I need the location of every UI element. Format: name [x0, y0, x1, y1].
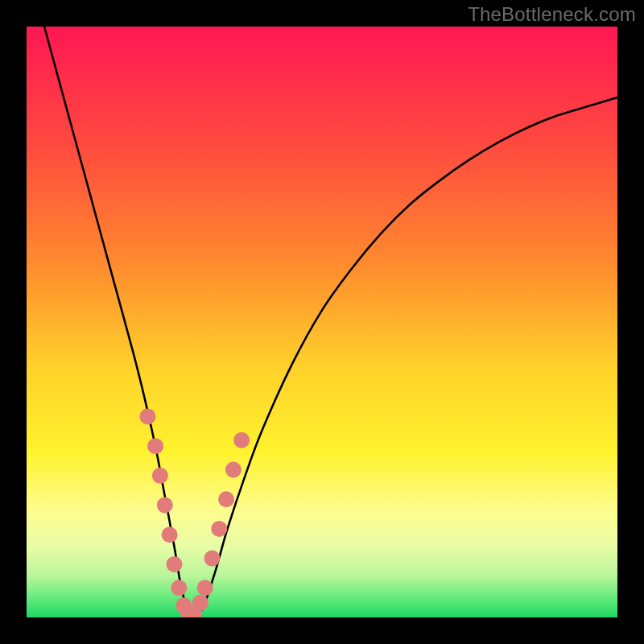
marker-dot [218, 491, 234, 507]
marker-dot [211, 521, 227, 537]
marker-dot [171, 580, 187, 596]
marker-dot [139, 408, 155, 424]
plot-area [27, 27, 617, 617]
marker-dot [152, 468, 168, 484]
marker-dot [147, 438, 163, 454]
watermark-text: TheBottleneck.com [468, 3, 636, 26]
chart-frame: TheBottleneck.com [0, 0, 644, 644]
marker-dot [162, 526, 178, 543]
marker-dot [233, 432, 250, 448]
marker-dot [167, 556, 183, 572]
gradient-background [27, 27, 617, 617]
marker-dot [157, 497, 173, 514]
marker-dot [204, 551, 220, 567]
marker-dot [225, 462, 242, 478]
marker-dot [197, 580, 213, 596]
plot-svg [27, 27, 617, 617]
marker-dot [192, 595, 208, 611]
